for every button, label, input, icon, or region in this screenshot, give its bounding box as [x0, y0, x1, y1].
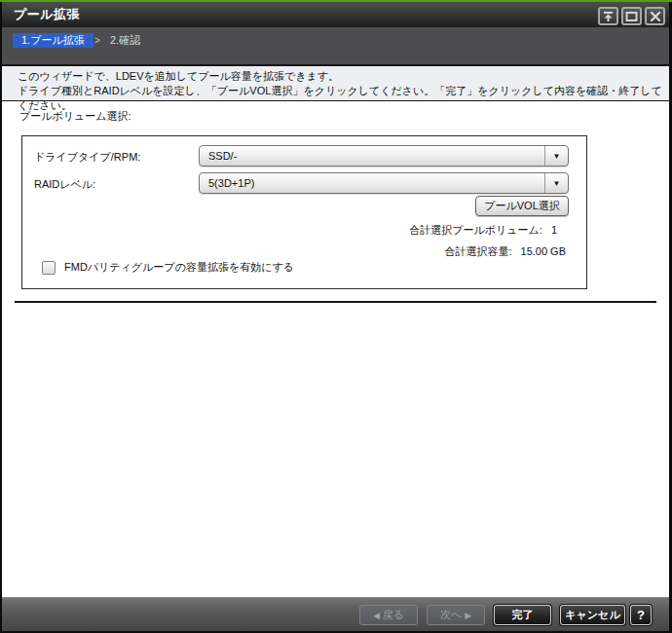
total-capacity-row: 合計選択容量:15.00 GB — [444, 244, 566, 259]
drive-type-label: ドライブタイプ/RPM: — [34, 150, 140, 165]
dialog-title: プール拡張 — [14, 2, 80, 27]
raid-level-label: RAIDレベル: — [34, 177, 95, 192]
total-pool-volumes-label: 合計選択プールボリューム: — [409, 224, 542, 236]
raid-level-value: 5(3D+1P) — [208, 173, 254, 193]
raid-level-dropdown-arrow: ▼ — [544, 173, 568, 193]
rollup-icon — [602, 11, 615, 22]
content-separator — [15, 301, 656, 303]
chevron-down-icon: ▼ — [553, 179, 561, 188]
drive-type-select[interactable]: SSD/- ▼ — [199, 145, 569, 167]
chevron-down-icon: ▼ — [553, 152, 561, 161]
total-capacity-value: 15.00 GB — [521, 245, 566, 257]
total-pool-volumes-row: 合計選択プールボリューム:1 — [409, 223, 557, 238]
fmd-checkbox-row: FMDパリティグループの容量拡張を有効にする — [42, 260, 294, 275]
rollup-button[interactable] — [598, 7, 618, 25]
close-button[interactable] — [645, 7, 665, 25]
finish-button[interactable]: 完了 — [494, 605, 551, 625]
tab-step2-confirm: 2.確認 — [110, 33, 140, 48]
drive-type-value: SSD/- — [208, 146, 237, 166]
tab-step1-pool-expansion[interactable]: 1.プール拡張 — [13, 33, 93, 48]
fmd-capacity-expansion-checkbox[interactable] — [42, 261, 56, 275]
pool-expansion-dialog: プール拡張 — [0, 0, 672, 633]
cancel-button[interactable]: キャンセル — [560, 605, 625, 625]
next-button[interactable]: 次へ ▶ — [427, 605, 485, 625]
instruction-line-1: このウィザードで、LDEVを追加してプール容量を拡張できます。 — [18, 69, 672, 84]
window-border-left — [0, 0, 2, 633]
footer-bar: ◀ 戻る 次へ ▶ 完了 キャンセル ? — [0, 597, 672, 631]
window-controls — [598, 7, 665, 25]
next-button-label: 次へ — [440, 609, 462, 620]
back-button-label: 戻る — [383, 609, 404, 620]
help-button[interactable]: ? — [630, 605, 652, 625]
window-top-accent — [0, 0, 672, 2]
pool-vol-select-button[interactable]: プールVOL選択 — [475, 196, 569, 216]
pool-volume-selection-group: ドライブタイプ/RPM: SSD/- ▼ RAIDレベル: 5(3D+1P) ▼… — [21, 135, 587, 289]
wizard-instructions: このウィザードで、LDEVを追加してプール容量を拡張できます。 ドライブ種別とR… — [0, 66, 672, 101]
wizard-steps-bar: 1.プール拡張 > 2.確認 — [0, 27, 672, 64]
total-pool-volumes-value: 1 — [551, 224, 557, 236]
maximize-button[interactable] — [621, 7, 642, 25]
total-capacity-label: 合計選択容量: — [444, 245, 511, 257]
back-arrow-icon: ◀ — [373, 611, 380, 620]
raid-level-select[interactable]: 5(3D+1P) ▼ — [199, 172, 569, 194]
close-icon — [650, 11, 661, 22]
next-arrow-icon: ▶ — [465, 611, 471, 620]
back-button[interactable]: ◀ 戻る — [359, 605, 418, 625]
titlebar: プール拡張 — [0, 2, 672, 27]
fmd-checkbox-label: FMDパリティグループの容量拡張を有効にする — [64, 260, 294, 275]
drive-type-dropdown-arrow: ▼ — [544, 146, 568, 166]
step-separator-icon: > — [94, 33, 100, 48]
pool-volume-selection-label: プールボリューム選択: — [19, 109, 131, 124]
maximize-icon — [625, 11, 638, 22]
